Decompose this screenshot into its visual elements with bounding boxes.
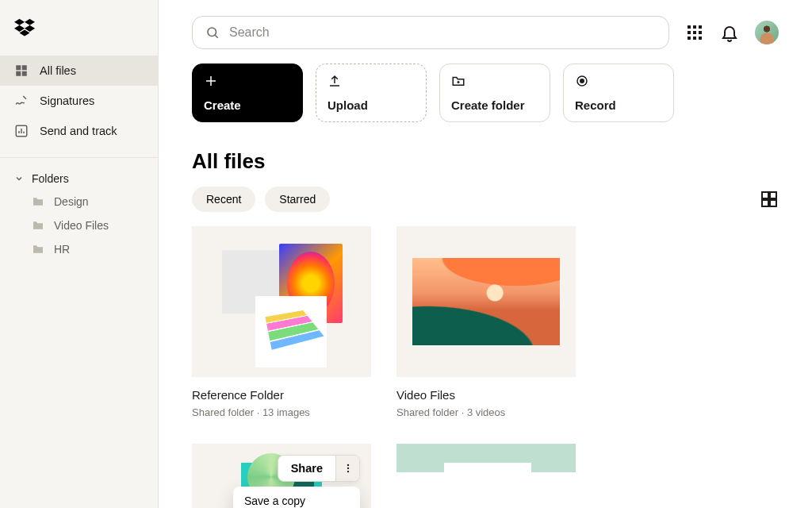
svg-rect-3 — [22, 71, 27, 76]
file-grid: Reference Folder Shared folder · 13 imag… — [192, 226, 779, 508]
sidebar-divider — [0, 157, 158, 158]
folder-label: Video Files — [54, 219, 109, 232]
primary-nav: All files Signatures Send and track — [0, 49, 158, 152]
nav-send-track[interactable]: Send and track — [0, 116, 158, 146]
folder-icon — [32, 195, 44, 208]
file-title: Video Files — [396, 388, 576, 402]
file-card: Reference Folder Shared folder · 13 imag… — [192, 226, 371, 418]
folder-label: HR — [54, 243, 70, 256]
nav-all-files[interactable]: All files — [0, 56, 158, 86]
record-button[interactable]: Record — [563, 64, 674, 122]
folder-plus-icon — [451, 74, 465, 88]
nav-label: Send and track — [40, 125, 117, 137]
file-subtitle: Shared folder · 3 videos — [396, 406, 576, 418]
file-card — [396, 444, 576, 508]
svg-rect-0 — [16, 65, 21, 70]
more-menu-button[interactable] — [335, 456, 359, 481]
svg-rect-1 — [22, 65, 27, 70]
nav-signatures[interactable]: Signatures — [0, 86, 158, 116]
action-row: Create Upload Create folder Record — [192, 64, 779, 122]
plus-icon — [204, 74, 218, 88]
svg-rect-20 — [770, 200, 776, 206]
page-title: All files — [192, 149, 779, 174]
svg-rect-14 — [699, 37, 702, 40]
svg-rect-9 — [688, 31, 691, 34]
share-bar: Share — [278, 455, 360, 482]
chip-starred[interactable]: Starred — [265, 187, 330, 212]
folder-icon — [32, 219, 44, 232]
chips: Recent Starred — [192, 187, 330, 212]
search-icon — [205, 25, 220, 40]
file-card: Video Files Shared folder · 3 videos — [396, 226, 576, 418]
svg-rect-8 — [699, 25, 702, 29]
record-icon — [575, 74, 589, 88]
svg-rect-6 — [688, 25, 691, 29]
action-label: Record — [575, 98, 662, 112]
svg-rect-17 — [762, 192, 768, 198]
signature-icon — [14, 94, 29, 108]
nav-label: Signatures — [40, 94, 94, 107]
search-box[interactable] — [192, 16, 669, 49]
folder-video-files[interactable]: Video Files — [0, 214, 158, 237]
svg-rect-11 — [699, 31, 702, 34]
svg-point-22 — [347, 468, 348, 469]
dropbox-logo[interactable] — [0, 0, 158, 49]
svg-rect-12 — [688, 37, 691, 40]
action-label: Create folder — [451, 98, 538, 112]
action-label: Upload — [327, 98, 415, 112]
svg-rect-19 — [762, 200, 768, 206]
svg-rect-2 — [16, 71, 21, 76]
chip-recent[interactable]: Recent — [192, 187, 255, 212]
nav-label: All files — [40, 64, 76, 77]
svg-point-21 — [347, 464, 348, 466]
file-thumbnail[interactable] — [192, 226, 371, 377]
apps-grid-icon[interactable] — [685, 23, 704, 42]
file-card: Client Agreement Share Save a copy Send … — [192, 444, 371, 508]
menu-item-save-copy[interactable]: Save a copy — [233, 487, 360, 508]
create-folder-button[interactable]: Create folder — [439, 64, 550, 122]
folder-design[interactable]: Design — [0, 190, 158, 214]
folders-header[interactable]: Folders — [0, 161, 158, 190]
file-title: Reference Folder — [192, 388, 371, 402]
folder-hr[interactable]: HR — [0, 237, 158, 261]
dropbox-icon — [14, 17, 35, 38]
share-button[interactable]: Share — [278, 456, 335, 481]
topbar — [192, 16, 779, 49]
svg-rect-18 — [770, 192, 776, 198]
folders-label: Folders — [32, 172, 69, 185]
main-content: Create Upload Create folder Record All f… — [159, 0, 812, 508]
file-subtitle: Shared folder · 13 images — [192, 406, 371, 418]
kebab-icon — [343, 463, 354, 474]
upload-icon — [327, 74, 342, 88]
bell-icon[interactable] — [720, 23, 739, 42]
search-input[interactable] — [229, 25, 656, 40]
file-thumbnail[interactable] — [396, 444, 576, 491]
folder-label: Design — [54, 195, 89, 208]
grid-icon — [14, 64, 29, 78]
create-button[interactable]: Create — [192, 64, 303, 122]
folder-icon — [32, 243, 44, 256]
view-toggle-icon[interactable] — [760, 190, 779, 209]
context-menu: Save a copy Send and track — [233, 487, 360, 508]
filter-row: Recent Starred — [192, 187, 779, 212]
action-label: Create — [204, 98, 291, 112]
svg-rect-7 — [693, 25, 696, 29]
svg-point-23 — [347, 471, 348, 472]
svg-point-16 — [580, 79, 584, 83]
analytics-icon — [14, 124, 29, 138]
file-thumbnail[interactable]: Client Agreement Share Save a copy Send … — [192, 444, 371, 508]
sidebar: All files Signatures Send and track Fold… — [0, 0, 159, 508]
svg-point-5 — [208, 28, 216, 37]
svg-rect-13 — [693, 37, 696, 40]
avatar[interactable] — [755, 21, 779, 44]
upload-button[interactable]: Upload — [316, 64, 427, 122]
svg-rect-10 — [693, 31, 696, 34]
file-thumbnail[interactable] — [396, 226, 576, 377]
chevron-down-icon — [14, 174, 24, 183]
